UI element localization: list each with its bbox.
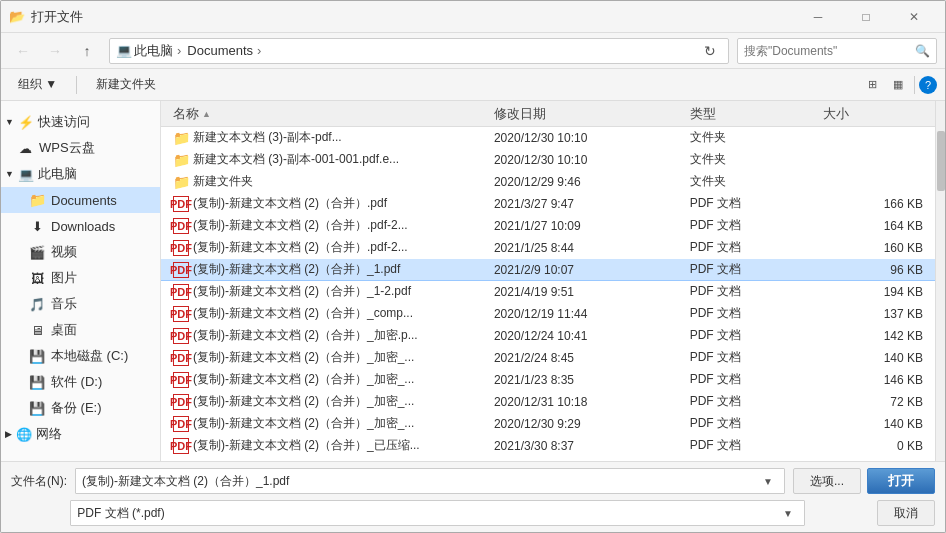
minimize-button[interactable]: ─ [795, 2, 841, 32]
downloads-label: Downloads [51, 219, 152, 234]
filetype-row: 文件类型: PDF 文档 (*.pdf) ▼ 取消 取消 [11, 500, 935, 526]
file-name-cell: 📁 新建文本文档 (3)-副本-001-001.pdf.e... [169, 151, 490, 168]
sidebar-item-disk-c[interactable]: 💾 本地磁盘 (C:) [1, 343, 160, 369]
sidebar-item-desktop[interactable]: 🖥 桌面 [1, 317, 160, 343]
file-name-cell: PDF (复制)-新建文本文档 (2)（合并）_已压缩... [169, 437, 490, 454]
file-name: (复制)-新建文本文档 (2)（合并）.pdf-2... [193, 217, 408, 234]
file-name-cell: 📁 新建文本文档 (3)-副本-pdf... [169, 129, 490, 146]
help-button[interactable]: ? [919, 76, 937, 94]
new-folder-button[interactable]: 新建文件夹 [87, 73, 165, 97]
table-row[interactable]: PDF (复制)-新建文本文档 (2)（合并）.pdf 2021/3/27 9:… [161, 193, 935, 215]
table-row[interactable]: 📁 新建文本文档 (3)-副本-pdf... 2020/12/30 10:10 … [161, 127, 935, 149]
file-type-cell: PDF 文档 [686, 327, 819, 344]
cancel-button-visible[interactable]: 取消 [877, 500, 935, 526]
sort-arrow-icon: ▲ [202, 109, 211, 119]
file-name: (复制)-新建文本文档 (2)（合并）_加密_... [193, 393, 414, 410]
sidebar-item-disk-e[interactable]: 💾 备份 (E:) [1, 395, 160, 421]
up-button[interactable]: ↑ [73, 38, 101, 64]
search-box[interactable]: 🔍 [737, 38, 937, 64]
scrollbar-track[interactable] [935, 101, 945, 461]
maximize-button[interactable]: □ [843, 2, 889, 32]
col-header-type[interactable]: 类型 [686, 105, 819, 123]
filetype-dropdown-button[interactable]: ▼ [778, 501, 798, 525]
table-row[interactable]: PDF (复制)-新建文本文档 (2)（合并）_加密.p... 2020/12/… [161, 325, 935, 347]
pdf-icon: PDF [173, 306, 189, 322]
file-name: (复制)-新建文本文档 (2)（合并）_comp... [193, 305, 413, 322]
file-size-cell: 72 KB [819, 395, 927, 409]
disk-e-icon: 💾 [29, 400, 45, 416]
table-row[interactable]: PDF (复制)-新建文本文档 (2)（合并）_comp... 2020/12/… [161, 303, 935, 325]
disk-c-icon: 💾 [29, 348, 45, 364]
sidebar-item-wps-cloud[interactable]: ☁ WPS云盘 [1, 135, 160, 161]
file-size-cell: 166 KB [819, 197, 927, 211]
file-name: 新建文本文档 (3)-副本-001-001.pdf.e... [193, 151, 399, 168]
file-name: (复制)-新建文本文档 (2)（合并）_1.pdf [193, 261, 400, 278]
open-button[interactable]: 打开 [867, 468, 935, 494]
filetype-select-wrap[interactable]: PDF 文档 (*.pdf) ▼ [70, 500, 805, 526]
col-header-name[interactable]: 名称 ▲ [169, 105, 490, 123]
col-header-date[interactable]: 修改日期 [490, 105, 686, 123]
sidebar-item-documents[interactable]: 📁 Documents [1, 187, 160, 213]
table-row[interactable]: PDF (复制)-新建文本文档 (2)（合并）_加密_... 2020/12/3… [161, 391, 935, 413]
pdf-icon: PDF [173, 328, 189, 344]
folder-icon: 📁 [173, 152, 189, 168]
sidebar-group-quick-access[interactable]: ▼ ⚡ 快速访问 [1, 109, 160, 135]
file-name-cell: PDF (复制)-新建文本文档 (2)（合并）_1.pdf [169, 261, 490, 278]
organize-button[interactable]: 组织 ▼ [9, 73, 66, 97]
options-button[interactable]: 选项... [793, 468, 861, 494]
file-size-cell: 146 KB [819, 373, 927, 387]
address-bar[interactable]: 💻 此电脑 › Documents › ↻ [109, 38, 729, 64]
file-date-cell: 2021/1/27 10:09 [490, 219, 686, 233]
documents-label: Documents [51, 193, 152, 208]
quick-access-arrow-icon: ▼ [5, 117, 14, 127]
file-type-cell: 文件夹 [686, 151, 819, 168]
table-row[interactable]: 📁 新建文件夹 2020/12/29 9:46 文件夹 [161, 171, 935, 193]
file-date-cell: 2020/12/30 9:29 [490, 417, 686, 431]
sidebar-item-videos[interactable]: 🎬 视频 [1, 239, 160, 265]
this-pc-icon: 💻 [18, 167, 34, 182]
table-row[interactable]: PDF (复制)-新建文本文档 (2)（合并）_加密_... 2020/12/3… [161, 413, 935, 435]
sidebar-item-pictures[interactable]: 🖼 图片 [1, 265, 160, 291]
table-row[interactable]: PDF (复制)-新建文本文档 (2)（合并）_加密_... 2021/2/24… [161, 347, 935, 369]
videos-label: 视频 [51, 243, 152, 261]
scrollbar-thumb[interactable] [937, 131, 945, 191]
filename-input-wrap[interactable]: ▼ [75, 468, 785, 494]
table-row[interactable]: PDF (复制)-新建文本文档 (2)（合并）_1.pdf 2021/2/9 1… [161, 259, 935, 281]
file-name: (复制)-新建文本文档 (2)（合并）_加密_... [193, 415, 414, 432]
file-type-cell: PDF 文档 [686, 305, 819, 322]
table-row[interactable]: PDF (复制)-新建文本文档 (2)（合并）.pdf-2... 2021/1/… [161, 237, 935, 259]
view-list-button[interactable]: ▦ [886, 73, 910, 97]
refresh-button[interactable]: ↻ [698, 39, 722, 63]
pdf-icon: PDF [173, 350, 189, 366]
filename-label: 文件名(N): [11, 473, 67, 490]
forward-button[interactable]: → [41, 38, 69, 64]
sidebar-item-disk-d[interactable]: 💾 软件 (D:) [1, 369, 160, 395]
file-date-cell: 2021/3/30 8:37 [490, 439, 686, 453]
file-type-cell: PDF 文档 [686, 437, 819, 454]
file-date-cell: 2020/12/19 11:44 [490, 307, 686, 321]
table-row[interactable]: PDF (复制)-新建文本文档 (2)（合并）.pdf-2... 2021/1/… [161, 215, 935, 237]
view-details-button[interactable]: ⊞ [860, 73, 884, 97]
back-button[interactable]: ← [9, 38, 37, 64]
file-name-cell: PDF (复制)-新建文本文档 (2)（合并）_加密_... [169, 371, 490, 388]
close-button[interactable]: ✕ [891, 2, 937, 32]
folder-icon: 📁 [173, 174, 189, 190]
sidebar-group-this-pc[interactable]: ▼ 💻 此电脑 [1, 161, 160, 187]
pdf-icon: PDF [173, 240, 189, 256]
filename-input[interactable] [82, 474, 758, 488]
filetype-value: PDF 文档 (*.pdf) [77, 505, 778, 522]
quick-access-icon: ⚡ [18, 115, 34, 130]
filename-dropdown-button[interactable]: ▼ [758, 469, 778, 493]
file-size-cell: 194 KB [819, 285, 927, 299]
sidebar-group-network[interactable]: ▶ 🌐 网络 [1, 421, 160, 447]
search-input[interactable] [744, 44, 915, 58]
table-row[interactable]: PDF (复制)-新建文本文档 (2)（合并）_1-2.pdf 2021/4/1… [161, 281, 935, 303]
sidebar-item-downloads[interactable]: ⬇ Downloads [1, 213, 160, 239]
table-row[interactable]: PDF (复制)-新建文本文档 (2)（合并）_加密_... 2021/1/23… [161, 369, 935, 391]
file-size-cell: 160 KB [819, 241, 927, 255]
table-row[interactable]: PDF (复制)-新建文本文档 (2)（合并）_已压缩... 2021/3/30… [161, 435, 935, 457]
sidebar-item-music[interactable]: 🎵 音乐 [1, 291, 160, 317]
table-row[interactable]: 📁 新建文本文档 (3)-副本-001-001.pdf.e... 2020/12… [161, 149, 935, 171]
file-name-cell: PDF (复制)-新建文本文档 (2)（合并）_加密_... [169, 415, 490, 432]
col-header-size[interactable]: 大小 [819, 105, 927, 123]
